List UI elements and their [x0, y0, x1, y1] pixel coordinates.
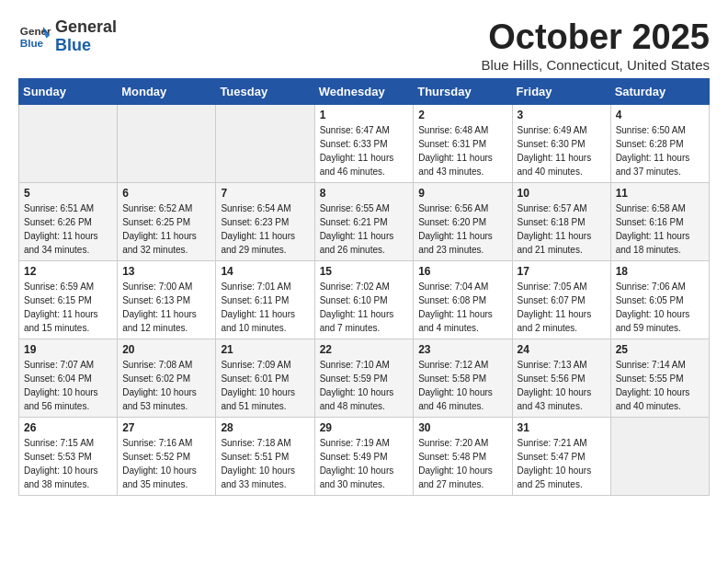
col-sunday: Sunday — [19, 78, 118, 104]
day-info: Sunrise: 7:12 AMSunset: 5:58 PMDaylight:… — [418, 358, 506, 413]
day-info: Sunrise: 6:55 AMSunset: 6:21 PMDaylight:… — [320, 201, 409, 257]
day-number: 15 — [320, 265, 409, 278]
logo: General Blue General Blue — [18, 18, 117, 55]
col-friday: Friday — [512, 78, 610, 104]
header-row: Sunday Monday Tuesday Wednesday Thursday… — [19, 78, 710, 104]
calendar-week-3: 12Sunrise: 6:59 AMSunset: 6:15 PMDayligh… — [19, 260, 710, 339]
col-wednesday: Wednesday — [314, 78, 414, 104]
day-number: 3 — [518, 109, 606, 121]
day-number: 16 — [418, 265, 506, 278]
day-number: 13 — [122, 265, 210, 278]
calendar-cell: 14Sunrise: 7:01 AMSunset: 6:11 PMDayligh… — [216, 260, 314, 339]
calendar-table: Sunday Monday Tuesday Wednesday Thursday… — [18, 78, 710, 496]
logo-icon: General Blue — [18, 20, 51, 53]
day-info: Sunrise: 6:52 AMSunset: 6:25 PMDaylight:… — [122, 201, 210, 257]
calendar-cell: 3Sunrise: 6:49 AMSunset: 6:30 PMDaylight… — [512, 104, 610, 182]
day-info: Sunrise: 7:18 AMSunset: 5:51 PMDaylight:… — [221, 436, 309, 491]
day-number: 6 — [122, 187, 210, 200]
calendar-cell: 29Sunrise: 7:19 AMSunset: 5:49 PMDayligh… — [314, 417, 414, 495]
day-number: 7 — [221, 187, 309, 200]
day-info: Sunrise: 7:15 AMSunset: 5:53 PMDaylight:… — [24, 436, 112, 491]
day-number: 1 — [320, 109, 409, 121]
day-info: Sunrise: 7:01 AMSunset: 6:11 PMDaylight:… — [221, 280, 309, 335]
day-number: 21 — [221, 343, 309, 356]
day-number: 12 — [24, 265, 112, 278]
day-info: Sunrise: 7:13 AMSunset: 5:56 PMDaylight:… — [518, 358, 606, 413]
calendar-cell: 17Sunrise: 7:05 AMSunset: 6:07 PMDayligh… — [512, 260, 610, 339]
day-info: Sunrise: 7:06 AMSunset: 6:05 PMDaylight:… — [616, 280, 704, 335]
calendar-cell: 16Sunrise: 7:04 AMSunset: 6:08 PMDayligh… — [414, 260, 512, 339]
day-number: 8 — [320, 187, 409, 200]
day-number: 20 — [122, 343, 210, 356]
day-info: Sunrise: 7:19 AMSunset: 5:49 PMDaylight:… — [320, 436, 409, 491]
day-info: Sunrise: 6:54 AMSunset: 6:23 PMDaylight:… — [221, 201, 309, 257]
calendar-cell: 25Sunrise: 7:14 AMSunset: 5:55 PMDayligh… — [610, 339, 709, 417]
day-info: Sunrise: 7:09 AMSunset: 6:01 PMDaylight:… — [221, 358, 309, 413]
calendar-cell: 4Sunrise: 6:50 AMSunset: 6:28 PMDaylight… — [610, 104, 709, 182]
calendar-cell: 1Sunrise: 6:47 AMSunset: 6:33 PMDaylight… — [314, 104, 414, 182]
day-number: 22 — [320, 343, 409, 356]
calendar-cell: 13Sunrise: 7:00 AMSunset: 6:13 PMDayligh… — [118, 260, 216, 339]
logo-blue: Blue — [55, 36, 91, 54]
day-number: 23 — [418, 343, 506, 356]
day-number: 29 — [320, 421, 409, 434]
day-info: Sunrise: 7:16 AMSunset: 5:52 PMDaylight:… — [122, 436, 210, 491]
day-info: Sunrise: 6:51 AMSunset: 6:26 PMDaylight:… — [24, 201, 112, 257]
col-saturday: Saturday — [610, 78, 709, 104]
calendar-cell: 15Sunrise: 7:02 AMSunset: 6:10 PMDayligh… — [314, 260, 414, 339]
day-number: 19 — [24, 343, 112, 356]
day-number: 2 — [418, 109, 506, 121]
day-number: 25 — [616, 343, 704, 356]
day-number: 24 — [518, 343, 606, 356]
calendar-cell: 8Sunrise: 6:55 AMSunset: 6:21 PMDaylight… — [314, 182, 414, 260]
calendar-body: 1Sunrise: 6:47 AMSunset: 6:33 PMDaylight… — [19, 104, 710, 495]
header: General Blue General Blue October 2025 B… — [18, 18, 710, 73]
calendar-cell — [19, 104, 118, 182]
day-info: Sunrise: 7:08 AMSunset: 6:02 PMDaylight:… — [122, 358, 210, 413]
month-title: October 2025 — [482, 18, 710, 57]
col-thursday: Thursday — [414, 78, 512, 104]
calendar-cell: 2Sunrise: 6:48 AMSunset: 6:31 PMDaylight… — [414, 104, 512, 182]
calendar-cell: 20Sunrise: 7:08 AMSunset: 6:02 PMDayligh… — [118, 339, 216, 417]
day-info: Sunrise: 7:07 AMSunset: 6:04 PMDaylight:… — [24, 358, 112, 413]
calendar-cell: 9Sunrise: 6:56 AMSunset: 6:20 PMDaylight… — [414, 182, 512, 260]
calendar-cell: 19Sunrise: 7:07 AMSunset: 6:04 PMDayligh… — [19, 339, 118, 417]
day-info: Sunrise: 6:57 AMSunset: 6:18 PMDaylight:… — [518, 201, 606, 257]
calendar-cell: 21Sunrise: 7:09 AMSunset: 6:01 PMDayligh… — [216, 339, 314, 417]
day-number: 5 — [24, 187, 112, 200]
calendar-week-5: 26Sunrise: 7:15 AMSunset: 5:53 PMDayligh… — [19, 417, 710, 495]
calendar-cell: 28Sunrise: 7:18 AMSunset: 5:51 PMDayligh… — [216, 417, 314, 495]
calendar-header: Sunday Monday Tuesday Wednesday Thursday… — [19, 78, 710, 104]
day-number: 26 — [24, 421, 112, 434]
calendar-cell: 30Sunrise: 7:20 AMSunset: 5:48 PMDayligh… — [414, 417, 512, 495]
day-info: Sunrise: 7:05 AMSunset: 6:07 PMDaylight:… — [518, 280, 606, 335]
day-number: 18 — [616, 265, 704, 278]
calendar-cell: 23Sunrise: 7:12 AMSunset: 5:58 PMDayligh… — [414, 339, 512, 417]
day-info: Sunrise: 7:21 AMSunset: 5:47 PMDaylight:… — [518, 436, 606, 491]
day-info: Sunrise: 6:47 AMSunset: 6:33 PMDaylight:… — [320, 123, 409, 178]
day-info: Sunrise: 7:04 AMSunset: 6:08 PMDaylight:… — [418, 280, 506, 335]
calendar-cell: 7Sunrise: 6:54 AMSunset: 6:23 PMDaylight… — [216, 182, 314, 260]
calendar-cell — [216, 104, 314, 182]
day-info: Sunrise: 6:48 AMSunset: 6:31 PMDaylight:… — [418, 123, 506, 178]
calendar-cell: 12Sunrise: 6:59 AMSunset: 6:15 PMDayligh… — [19, 260, 118, 339]
day-info: Sunrise: 6:58 AMSunset: 6:16 PMDaylight:… — [616, 201, 704, 257]
day-number: 31 — [518, 421, 606, 434]
day-info: Sunrise: 7:10 AMSunset: 5:59 PMDaylight:… — [320, 358, 409, 413]
calendar-cell — [118, 104, 216, 182]
day-info: Sunrise: 7:14 AMSunset: 5:55 PMDaylight:… — [616, 358, 704, 413]
day-info: Sunrise: 6:56 AMSunset: 6:20 PMDaylight:… — [418, 201, 506, 257]
day-info: Sunrise: 7:20 AMSunset: 5:48 PMDaylight:… — [418, 436, 506, 491]
calendar-cell: 26Sunrise: 7:15 AMSunset: 5:53 PMDayligh… — [19, 417, 118, 495]
calendar-cell: 31Sunrise: 7:21 AMSunset: 5:47 PMDayligh… — [512, 417, 610, 495]
day-number: 30 — [418, 421, 506, 434]
day-number: 11 — [616, 187, 704, 200]
title-block: October 2025 Blue Hills, Connecticut, Un… — [482, 18, 710, 73]
col-tuesday: Tuesday — [216, 78, 314, 104]
day-info: Sunrise: 6:50 AMSunset: 6:28 PMDaylight:… — [616, 123, 704, 178]
calendar-week-1: 1Sunrise: 6:47 AMSunset: 6:33 PMDaylight… — [19, 104, 710, 182]
calendar-container: General Blue General Blue October 2025 B… — [0, 0, 728, 505]
calendar-cell: 6Sunrise: 6:52 AMSunset: 6:25 PMDaylight… — [118, 182, 216, 260]
calendar-week-4: 19Sunrise: 7:07 AMSunset: 6:04 PMDayligh… — [19, 339, 710, 417]
logo-text: General Blue — [55, 18, 117, 55]
